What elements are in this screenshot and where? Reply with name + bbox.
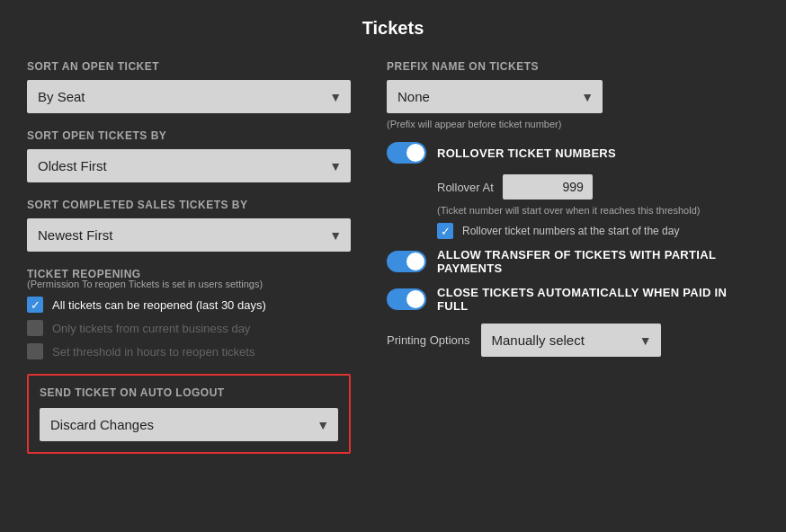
printing-row: Printing Options Manually select Always …	[387, 324, 759, 357]
send-ticket-section: SEND TICKET ON AUTO LOGOUT Discard Chang…	[27, 374, 351, 454]
rollover-label: ROLLOVER TICKET NUMBERS	[437, 146, 616, 160]
rollover-cb-label: Rollover ticket numbers at the start of …	[462, 225, 679, 237]
printing-wrapper[interactable]: Manually select Always print Never print…	[481, 324, 661, 357]
sort-open-ticket-select[interactable]: By Seat By Name By Time	[27, 80, 351, 113]
all-tickets-label: All tickets can be reopened (last 30 day…	[52, 298, 266, 312]
prefix-label: PREFIX NAME ON TICKETS	[387, 60, 759, 73]
sort-open-tickets-by-wrapper[interactable]: Oldest First Newest First ▼	[27, 149, 351, 182]
sort-open-ticket-label: SORT AN OPEN TICKET	[27, 60, 351, 73]
send-ticket-wrapper[interactable]: Discard Changes Save Changes Print Ticke…	[40, 408, 338, 441]
sort-open-tickets-by-select[interactable]: Oldest First Newest First	[27, 149, 351, 182]
rollover-cb-row[interactable]: Rollover ticket numbers at the start of …	[437, 223, 759, 239]
sort-completed-select[interactable]: Newest First Oldest First	[27, 218, 351, 252]
rollover-at-label: Rollover At	[437, 181, 494, 194]
rollover-toggle-row[interactable]: ROLLOVER TICKET NUMBERS	[387, 142, 759, 164]
close-tickets-toggle-row[interactable]: CLOSE TICKETS AUTOMATICALLY WHEN PAID IN…	[387, 286, 759, 313]
current-day-row[interactable]: Only tickets from current business day	[27, 320, 351, 336]
printing-label: Printing Options	[387, 333, 470, 347]
prefix-note: (Prefix will appear before ticket number…	[387, 119, 759, 129]
threshold-row[interactable]: Set threshold in hours to reopen tickets	[27, 343, 351, 359]
rollover-at-row: Rollover At	[437, 174, 759, 200]
sort-open-tickets-by-label: SORT OPEN TICKETS BY	[27, 129, 351, 142]
allow-transfer-toggle[interactable]	[387, 251, 426, 272]
rollover-at-input[interactable]	[503, 174, 593, 200]
sort-open-ticket-wrapper[interactable]: By Seat By Name By Time ▼	[27, 80, 351, 113]
threshold-label: Set threshold in hours to reopen tickets	[52, 345, 255, 359]
rollover-cb[interactable]	[437, 223, 453, 239]
sort-completed-label: SORT COMPLETED SALES TICKETS BY	[27, 199, 351, 211]
send-ticket-label: SEND TICKET ON AUTO LOGOUT	[40, 386, 338, 399]
rollover-threshold-note: (Ticket number will start over when it r…	[437, 205, 759, 216]
prefix-select[interactable]: None Table Seat	[387, 80, 603, 113]
left-column: SORT AN OPEN TICKET By Seat By Name By T…	[27, 60, 351, 454]
threshold-checkbox[interactable]	[27, 343, 43, 359]
allow-transfer-label: ALLOW TRANSFER OF TICKETS WITH PARTIAL P…	[437, 248, 759, 275]
send-ticket-select[interactable]: Discard Changes Save Changes Print Ticke…	[40, 408, 338, 441]
close-tickets-toggle[interactable]	[387, 288, 426, 310]
rollover-group: Rollover At (Ticket number will start ov…	[437, 174, 759, 239]
all-tickets-checkbox[interactable]	[27, 297, 43, 313]
current-day-label: Only tickets from current business day	[52, 322, 250, 335]
prefix-wrapper[interactable]: None Table Seat ▼	[387, 80, 603, 113]
printing-select[interactable]: Manually select Always print Never print	[481, 324, 661, 357]
rollover-toggle[interactable]	[387, 142, 426, 164]
ticket-reopening-note: (Permission To reopen Tickets is set in …	[27, 279, 351, 289]
allow-transfer-toggle-row[interactable]: ALLOW TRANSFER OF TICKETS WITH PARTIAL P…	[387, 248, 759, 275]
current-day-checkbox[interactable]	[27, 320, 43, 336]
right-column: PREFIX NAME ON TICKETS None Table Seat ▼…	[387, 60, 759, 454]
sort-completed-wrapper[interactable]: Newest First Oldest First ▼	[27, 218, 351, 252]
close-tickets-label: CLOSE TICKETS AUTOMATICALLY WHEN PAID IN…	[437, 286, 759, 313]
all-tickets-row[interactable]: All tickets can be reopened (last 30 day…	[27, 297, 351, 313]
page-title: Tickets	[27, 18, 759, 39]
